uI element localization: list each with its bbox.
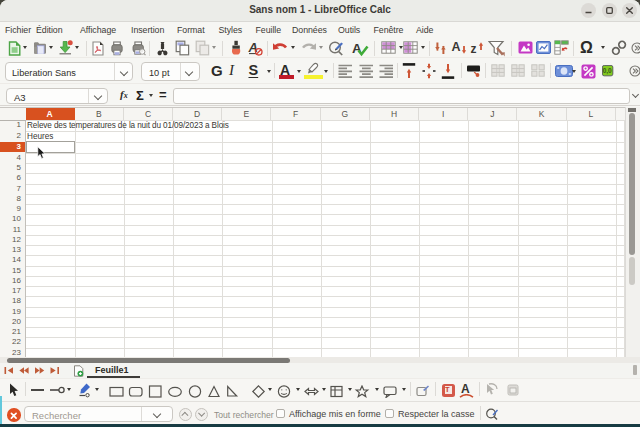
svg-text:z: z [471, 42, 477, 56]
svg-text:A: A [452, 40, 461, 54]
svg-text:0,0: 0,0 [602, 67, 611, 75]
